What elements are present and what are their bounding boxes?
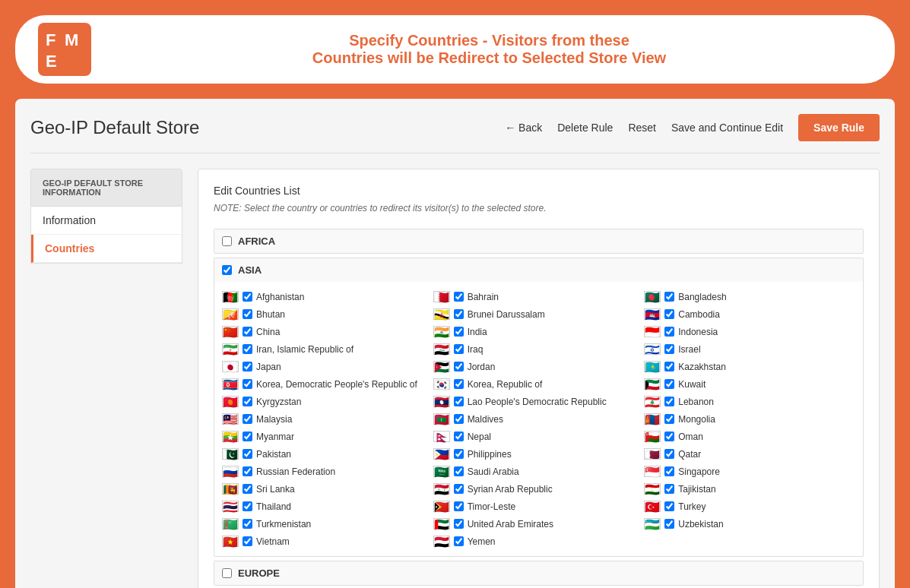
- save-rule-button[interactable]: Save Rule: [798, 114, 880, 141]
- country-checkbox[interactable]: [243, 432, 252, 441]
- asia-col-1: 🇦🇫Afghanistan🇧🇹Bhutan🇨🇳China🇮🇷Iran, Isla…: [222, 289, 433, 548]
- svg-text:M: M: [65, 30, 78, 49]
- list-item: 🇹🇲Turkmenistan: [222, 517, 433, 531]
- country-checkbox[interactable]: [454, 414, 464, 424]
- flag-icon: 🇦🇫: [222, 291, 239, 302]
- delete-rule-button[interactable]: Delete Rule: [557, 122, 613, 134]
- country-checkbox[interactable]: [664, 379, 674, 389]
- country-checkbox[interactable]: [243, 327, 252, 337]
- country-checkbox[interactable]: [454, 309, 464, 319]
- list-item: 🇰🇭Cambodia: [644, 307, 855, 321]
- country-checkbox[interactable]: [454, 536, 464, 546]
- country-name: Cambodia: [678, 309, 720, 320]
- country-checkbox[interactable]: [664, 344, 674, 354]
- country-checkbox[interactable]: [454, 501, 464, 511]
- list-item: 🇸🇦Saudi Arabia: [433, 464, 645, 479]
- list-item: 🇮🇩Indonesia: [644, 324, 855, 339]
- europe-checkbox[interactable]: [222, 568, 232, 578]
- country-name: Turkmenistan: [256, 519, 311, 530]
- list-item: 🇮🇷Iran, Islamic Republic of: [222, 342, 433, 356]
- flag-icon: 🇺🇿: [644, 518, 661, 530]
- country-name: Brunei Darussalam: [468, 309, 545, 320]
- country-checkbox[interactable]: [454, 292, 464, 302]
- content-area: GEO-IP DEFAULT STORE INFORMATION Informa…: [30, 169, 880, 588]
- list-item: 🇲🇲Myanmar: [222, 429, 433, 444]
- country-checkbox[interactable]: [664, 362, 674, 371]
- flag-icon: 🇸🇾: [433, 483, 450, 495]
- flag-icon: 🇹🇷: [644, 501, 661, 512]
- sidebar-item-countries[interactable]: Countries: [31, 235, 182, 263]
- flag-icon: 🇦🇪: [433, 518, 450, 530]
- country-checkbox[interactable]: [664, 327, 674, 337]
- list-item: 🇲🇳Mongolia: [644, 412, 855, 426]
- country-checkbox[interactable]: [243, 449, 252, 459]
- flag-icon: 🇲🇲: [222, 431, 239, 442]
- country-name: Mongolia: [678, 414, 715, 425]
- country-name: Yemen: [468, 536, 496, 547]
- country-checkbox[interactable]: [664, 309, 674, 319]
- flag-icon: 🇮🇳: [433, 326, 450, 337]
- asia-group-header[interactable]: ASIA: [214, 258, 863, 282]
- country-checkbox[interactable]: [454, 432, 464, 441]
- country-checkbox[interactable]: [664, 292, 674, 302]
- country-name: Sri Lanka: [256, 484, 295, 495]
- country-checkbox[interactable]: [243, 362, 252, 371]
- list-item: 🇾🇪Yemen: [433, 534, 645, 548]
- list-item: 🇲🇻Maldives: [433, 412, 645, 426]
- country-checkbox[interactable]: [243, 536, 252, 546]
- list-item: 🇧🇹Bhutan: [222, 307, 433, 321]
- country-checkbox[interactable]: [243, 501, 252, 511]
- africa-group-header[interactable]: AFRICA: [214, 229, 863, 253]
- country-checkbox[interactable]: [454, 379, 464, 389]
- asia-checkbox[interactable]: [222, 265, 232, 275]
- country-checkbox[interactable]: [243, 379, 252, 389]
- country-name: Oman: [678, 432, 703, 442]
- flag-icon: 🇰🇿: [644, 361, 661, 372]
- country-checkbox[interactable]: [664, 466, 674, 476]
- country-checkbox[interactable]: [243, 414, 252, 424]
- country-checkbox[interactable]: [243, 292, 252, 302]
- country-checkbox[interactable]: [243, 466, 252, 476]
- country-checkbox[interactable]: [454, 362, 464, 371]
- europe-group-header[interactable]: EUROPE: [214, 561, 863, 585]
- country-name: Philippines: [468, 449, 512, 460]
- flag-icon: 🇱🇧: [644, 396, 661, 407]
- country-name: Lebanon: [678, 397, 714, 407]
- country-checkbox[interactable]: [243, 484, 252, 494]
- country-name: Qatar: [678, 449, 701, 460]
- country-checkbox[interactable]: [664, 484, 674, 494]
- list-item: 🇦🇫Afghanistan: [222, 289, 433, 304]
- flag-icon: 🇹🇲: [222, 518, 239, 530]
- back-button[interactable]: ← Back: [505, 122, 542, 134]
- country-checkbox[interactable]: [664, 414, 674, 424]
- country-checkbox[interactable]: [454, 327, 464, 337]
- list-item: 🇴🇲Oman: [644, 429, 855, 444]
- country-checkbox[interactable]: [243, 519, 252, 529]
- sidebar-item-information[interactable]: Information: [31, 207, 182, 235]
- header-title: Specify Countries - Visitors from these …: [106, 32, 872, 67]
- country-checkbox[interactable]: [664, 501, 674, 511]
- country-checkbox[interactable]: [454, 449, 464, 459]
- country-name: Iran, Islamic Republic of: [256, 344, 354, 355]
- country-checkbox[interactable]: [454, 519, 464, 529]
- country-checkbox[interactable]: [664, 432, 674, 441]
- flag-icon: 🇧🇭: [433, 291, 450, 302]
- reset-button[interactable]: Reset: [628, 122, 656, 134]
- country-checkbox[interactable]: [243, 344, 252, 354]
- country-checkbox[interactable]: [454, 397, 464, 406]
- africa-checkbox[interactable]: [222, 236, 232, 246]
- country-checkbox[interactable]: [664, 449, 674, 459]
- list-item: 🇶🇦Qatar: [644, 447, 855, 461]
- country-checkbox[interactable]: [243, 309, 252, 319]
- save-continue-button[interactable]: Save and Continue Edit: [671, 122, 783, 134]
- flag-icon: 🇮🇶: [433, 343, 450, 355]
- asia-col-2: 🇧🇭Bahrain🇧🇳Brunei Darussalam🇮🇳India🇮🇶Ira…: [433, 289, 645, 548]
- country-checkbox[interactable]: [454, 466, 464, 476]
- country-name: Nepal: [468, 432, 491, 442]
- asia-label: ASIA: [238, 264, 262, 276]
- country-checkbox[interactable]: [664, 397, 674, 406]
- country-checkbox[interactable]: [243, 397, 252, 406]
- country-checkbox[interactable]: [664, 519, 674, 529]
- country-checkbox[interactable]: [454, 344, 464, 354]
- country-checkbox[interactable]: [454, 484, 464, 494]
